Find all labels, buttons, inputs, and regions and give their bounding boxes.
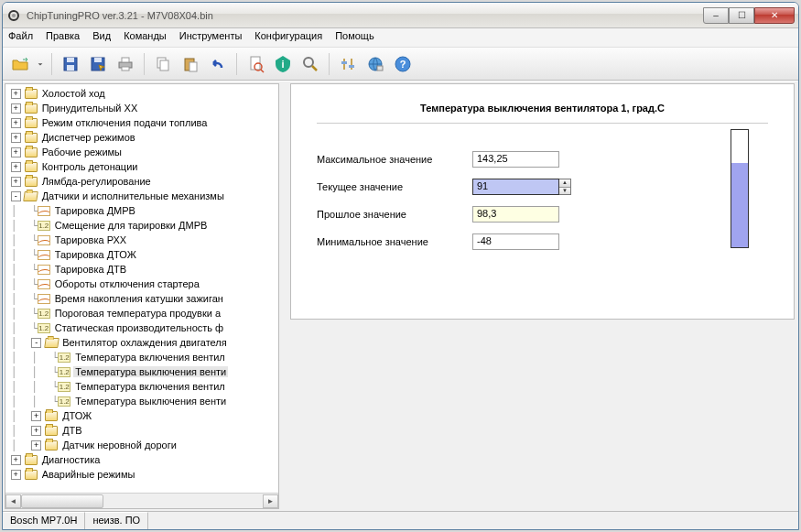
svg-point-0 xyxy=(12,14,16,17)
expand-toggle[interactable]: + xyxy=(11,147,21,157)
menu-tools[interactable]: Инструменты xyxy=(179,30,243,45)
tree-node[interactable]: │ │ └1.2Температура включения вентил xyxy=(5,379,278,394)
tree-label: Аварийные режимы xyxy=(40,469,137,480)
tree-label: Обороты отключения стартера xyxy=(53,278,201,289)
menu-help[interactable]: Помощь xyxy=(335,30,374,45)
input-current[interactable]: 91 xyxy=(472,179,559,195)
tree-label: Тарировка ДТВ xyxy=(53,264,128,275)
tree-node[interactable]: │ └1.2Статическая производительность ф xyxy=(5,320,278,335)
tree-label: Рабочие режимы xyxy=(40,147,124,157)
status-ecu: Bosch MP7.0H xyxy=(3,512,85,529)
expand-toggle[interactable]: + xyxy=(31,426,41,436)
expand-toggle[interactable]: + xyxy=(11,470,21,480)
tree-node[interactable]: │ │ └1.2Температура выключения венти xyxy=(5,394,278,408)
svg-rect-12 xyxy=(189,62,197,71)
tree-node[interactable]: +Рабочие режимы xyxy=(5,145,278,159)
search-button[interactable] xyxy=(298,52,322,76)
settings-button[interactable] xyxy=(336,52,360,76)
spin-up-icon[interactable]: ▲ xyxy=(559,179,570,188)
save-button[interactable] xyxy=(59,52,82,76)
menu-view[interactable]: Вид xyxy=(92,30,111,45)
expand-toggle[interactable]: + xyxy=(11,162,21,172)
curve-icon xyxy=(37,293,51,305)
menu-config[interactable]: Конфигурация xyxy=(254,30,322,45)
svg-rect-10 xyxy=(160,60,168,71)
paste-button[interactable] xyxy=(179,52,202,76)
tree-node[interactable]: -Датчики и исполнительные механизмы xyxy=(5,189,278,203)
info-button[interactable]: i xyxy=(271,52,295,76)
tree-node[interactable]: +Режим отключения подачи топлива xyxy=(5,115,278,130)
app-icon xyxy=(6,8,21,23)
tree-node[interactable]: │ └Обороты отключения стартера xyxy=(5,277,278,291)
scroll-left-button[interactable]: ◄ xyxy=(5,494,21,508)
tree-label: Диагностика xyxy=(40,454,103,465)
tree-node[interactable]: │ └Тарировка РХХ xyxy=(5,233,278,247)
divider xyxy=(317,123,768,124)
expand-toggle[interactable]: + xyxy=(31,440,41,451)
detail-panel: Температура выключения вентилятора 1, гр… xyxy=(290,83,795,320)
tree-node[interactable]: │ │ └1.2Температура включения вентил xyxy=(5,350,278,364)
tree-node[interactable]: +Принудительный ХХ xyxy=(5,101,278,115)
menu-edit[interactable]: Правка xyxy=(46,30,80,45)
tree-node[interactable]: │ └1.2Пороговая температура продувки а xyxy=(5,306,278,320)
folder-icon xyxy=(44,425,59,437)
tree-label: Тарировка РХХ xyxy=(53,234,128,245)
tree-node[interactable]: │ -Вентилятор охлаждения двигателя xyxy=(5,335,278,350)
tree-node[interactable]: │ +ДТОЖ xyxy=(5,408,278,423)
open-button[interactable] xyxy=(8,52,32,76)
locate-button[interactable] xyxy=(244,52,267,76)
open-dropdown[interactable] xyxy=(36,52,45,76)
connect-button[interactable] xyxy=(363,52,387,76)
expand-toggle[interactable]: + xyxy=(11,133,21,143)
tree-node[interactable]: │ └Тарировка ДМРВ xyxy=(5,203,278,218)
expand-toggle[interactable]: + xyxy=(11,455,21,465)
tree-label: Контроль детонации xyxy=(40,161,140,172)
tree-node[interactable]: +Контроль детонации xyxy=(5,159,278,174)
undo-button[interactable] xyxy=(206,52,230,76)
expand-toggle[interactable]: + xyxy=(11,103,21,114)
tree-node[interactable]: │ └Тарировка ДТОЖ xyxy=(5,247,278,262)
close-button[interactable]: ✕ xyxy=(754,7,795,24)
app-window: ChipTuningPRO ver.3.21 - M7V08X04.bin – … xyxy=(2,2,799,530)
expand-toggle[interactable]: - xyxy=(31,338,41,348)
tree-node[interactable]: │ └Время накопления катушки зажиган xyxy=(5,291,278,306)
tree-node[interactable]: +Диагностика xyxy=(5,452,278,467)
tree-node[interactable]: │ +ДТВ xyxy=(5,423,278,438)
minimize-button[interactable]: – xyxy=(703,7,729,24)
tree-node[interactable]: +Лямбда-регулирование xyxy=(5,174,278,189)
menu-file[interactable]: Файл xyxy=(8,30,33,45)
saveas-button[interactable] xyxy=(86,52,110,76)
tree-node[interactable]: │ +Датчик неровной дороги xyxy=(5,438,278,452)
tree-node[interactable]: +Холостой ход xyxy=(5,86,278,101)
tree-label: Диспетчер режимов xyxy=(40,132,137,143)
spin-down-icon[interactable]: ▼ xyxy=(559,188,570,195)
statusbar: Bosch MP7.0H неизв. ПО xyxy=(3,511,798,529)
expand-toggle[interactable]: + xyxy=(11,118,21,128)
menu-commands[interactable]: Команды xyxy=(124,30,167,45)
tree-view[interactable]: +Холостой ход +Принудительный ХХ +Режим … xyxy=(5,84,278,493)
detail-panel-wrap: Температура выключения вентилятора 1, гр… xyxy=(290,83,795,509)
print-button[interactable] xyxy=(114,52,137,76)
scroll-right-button[interactable]: ► xyxy=(263,494,278,508)
folder-open-icon xyxy=(24,190,38,202)
tree-node[interactable]: │ └Тарировка ДТВ xyxy=(5,262,278,277)
tree-hscrollbar[interactable]: ◄ ► xyxy=(5,493,278,508)
expand-toggle[interactable]: + xyxy=(11,177,21,187)
help-button[interactable]: ? xyxy=(391,52,415,76)
tree-node[interactable]: +Аварийные режимы xyxy=(5,467,278,482)
maximize-button[interactable]: ☐ xyxy=(729,7,754,24)
tree-panel: +Холостой ход +Принудительный ХХ +Режим … xyxy=(5,83,279,509)
svg-rect-5 xyxy=(94,58,102,62)
folder-icon xyxy=(24,469,38,481)
tree-node[interactable]: +Диспетчер режимов xyxy=(5,130,278,145)
expand-toggle[interactable]: + xyxy=(11,89,21,99)
expand-toggle[interactable]: - xyxy=(11,191,21,201)
tree-label: ДТВ xyxy=(60,425,84,436)
svg-rect-20 xyxy=(377,66,383,71)
tree-node[interactable]: │ │ └1.2Температура выключения венти xyxy=(5,364,278,379)
expand-toggle[interactable]: + xyxy=(31,411,41,421)
spinner-current[interactable]: ▲▼ xyxy=(558,179,571,195)
scroll-thumb[interactable] xyxy=(21,494,103,508)
copy-button[interactable] xyxy=(151,52,175,76)
tree-node[interactable]: │ └1.2Смещение для тарировки ДМРВ xyxy=(5,218,278,233)
